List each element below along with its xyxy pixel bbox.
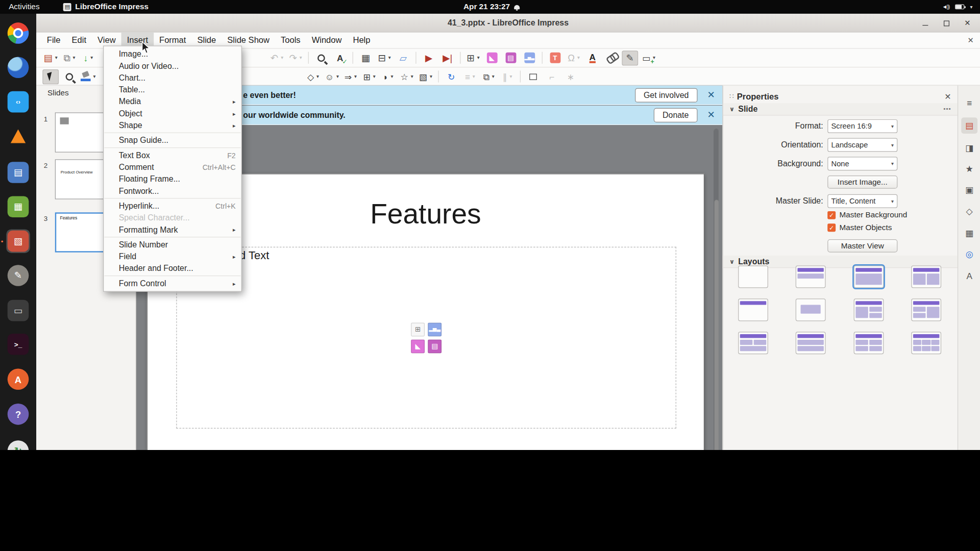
layout-title-2-content-over-content[interactable] [738, 332, 768, 354]
properties-close-icon[interactable]: ✕ [944, 91, 951, 101]
master-view-button[interactable]: Master View [827, 239, 897, 253]
close-button[interactable]: ✕ [963, 18, 973, 29]
edit-mode-button[interactable]: ▱ [395, 51, 411, 65]
save-button[interactable]: ↓▾ [80, 51, 96, 65]
font-color-button[interactable]: A [584, 51, 601, 65]
infobar-close-icon[interactable]: ✕ [707, 109, 715, 120]
menu-item-fontwork[interactable]: Fontwork... [104, 185, 241, 196]
start-from-first-slide-button[interactable]: ▶ [421, 51, 437, 65]
insert-shape-button[interactable]: ▭+▾ [641, 51, 657, 65]
activities-button[interactable]: Activities [0, 3, 48, 11]
clock[interactable]: Apr 21 23:27 [463, 3, 520, 11]
dock-libreoffice-impress[interactable]: ▧ [6, 229, 30, 253]
system-tray[interactable]: ◄)) ▾ [942, 4, 980, 10]
image-filter-button[interactable]: ∗ [562, 69, 579, 84]
special-character-button[interactable]: Ω▾ [566, 51, 582, 65]
basic-shapes-button[interactable]: ◇▾ [305, 69, 322, 84]
insert-image-button[interactable]: Insert Image... [827, 176, 897, 189]
dock-firefox[interactable] [6, 56, 30, 80]
insert-chart-button[interactable]: ▂▅▃ [521, 51, 537, 65]
menu-item-shape[interactable]: Shape▸ [104, 119, 241, 131]
layout-title-4-content[interactable] [854, 332, 884, 354]
menu-file[interactable]: File [41, 33, 66, 48]
menu-item-formatting-mark[interactable]: Formatting Mark▸ [104, 223, 241, 235]
menu-item-floating-frame[interactable]: Floating Frame... [104, 173, 241, 185]
layout-centered-text[interactable] [796, 298, 826, 321]
callout-shapes-button[interactable]: ◗▾ [380, 69, 396, 84]
dock-ubuntu-software[interactable]: A [6, 367, 30, 391]
animation-icon[interactable]: ★ [961, 161, 977, 177]
focused-app-indicator[interactable]: ▤ LibreOffice Impress [63, 3, 149, 11]
layout-blank-slide[interactable] [738, 265, 768, 288]
find-and-replace-button[interactable] [313, 51, 329, 65]
infobar-close-icon[interactable]: ✕ [707, 89, 715, 101]
dock-vscode[interactable]: ‹› [6, 90, 30, 114]
menu-item-object[interactable]: Object▸ [104, 108, 241, 119]
layout-title-and-2-content[interactable] [911, 265, 941, 288]
menu-item-media[interactable]: Media▸ [104, 95, 241, 107]
master-slides-icon[interactable]: ▣ [961, 182, 977, 198]
rotate-button[interactable]: ↻ [443, 69, 459, 84]
menu-item-chart[interactable]: Chart... [104, 72, 241, 84]
dock-libreoffice-calc[interactable]: ▦ [6, 195, 30, 219]
redo-button[interactable]: ↷▾ [287, 51, 304, 65]
insert-chart-icon[interactable]: ▂▅▃ [428, 322, 442, 336]
display-views-button[interactable]: ⊟▾ [376, 51, 393, 65]
layout-title-slide[interactable] [796, 265, 826, 288]
properties-deck-icon[interactable]: ▤ [961, 117, 977, 134]
symbol-shapes-button[interactable]: ☺▾ [324, 69, 340, 84]
3d-objects-button[interactable]: ▧▾ [418, 69, 434, 84]
layout-title-content[interactable] [854, 265, 884, 288]
master-slide-select[interactable]: Title, Content▾ [827, 194, 897, 208]
start-from-current-slide-button[interactable]: ▶| [439, 51, 456, 65]
undo-button[interactable]: ↶▾ [269, 51, 285, 65]
menu-item-table[interactable]: Table... [104, 84, 241, 95]
close-document-icon[interactable]: ✕ [967, 36, 980, 44]
layout-title-only[interactable] [738, 298, 768, 321]
titlebar[interactable]: 41_3.pptx - LibreOffice Impress ✕ [36, 14, 980, 33]
arrange-button[interactable]: ⧉▾ [481, 69, 497, 84]
vertical-scrollbar-thumb[interactable] [714, 200, 719, 450]
clone-formatting-button[interactable]: ✎ [622, 51, 638, 65]
insert-text-box-button[interactable]: T [547, 51, 563, 65]
menu-item-comment[interactable]: CommentCtrl+Alt+C [104, 161, 241, 173]
menu-item-audio-or-video[interactable]: Audio or Video... [104, 60, 241, 72]
get-involved-button[interactable]: Get involved [635, 88, 698, 102]
maximize-button[interactable] [941, 18, 951, 29]
menu-item-image[interactable]: Image... [104, 48, 241, 60]
sidebar-settings-icon[interactable]: ≡ [961, 95, 977, 111]
dock-chrome[interactable] [6, 21, 30, 45]
master-objects-checkbox[interactable]: ✓ Master Objects [827, 223, 892, 232]
insert-image-button[interactable]: ◣ [484, 51, 500, 65]
slide-settings-icon[interactable]: ⋯ [943, 104, 951, 113]
insert-media-button[interactable]: ▤ [502, 51, 519, 65]
crop-image-button[interactable]: ⌐ [544, 69, 560, 84]
orientation-select[interactable]: Landscape▾ [827, 138, 897, 152]
vertical-scrollbar[interactable] [714, 129, 719, 450]
block-arrows-button[interactable]: ⇒▾ [342, 69, 359, 84]
content-placeholder[interactable]: Click to add Text ⊞▂▅▃◣▤ [176, 247, 676, 429]
insert-image-icon[interactable]: ◣ [411, 339, 425, 353]
layout-title-6-content[interactable] [911, 332, 941, 354]
minimize-button[interactable] [920, 18, 930, 29]
styles-icon[interactable]: A [961, 268, 977, 284]
align-objects-button[interactable]: ≡▾ [462, 69, 478, 84]
menu-item-field[interactable]: Field▸ [104, 251, 241, 262]
menu-tools[interactable]: Tools [275, 33, 306, 48]
menu-help[interactable]: Help [347, 33, 376, 48]
navigator-icon[interactable]: ◎ [961, 246, 977, 262]
menu-item-header-and-footer[interactable]: Header and Footer... [104, 262, 241, 274]
slide-transition-icon[interactable]: ◨ [961, 140, 977, 156]
auto-spellcheck-button[interactable]: A✓ [332, 51, 348, 65]
flowchart-shapes-button[interactable]: ⊞▾ [361, 69, 378, 84]
zoom-pan-button[interactable] [61, 69, 78, 84]
dock-gimp[interactable]: ✎ [6, 264, 30, 288]
shadow-button[interactable] [525, 69, 542, 84]
menu-item-hyperlink[interactable]: Hyperlink...Ctrl+K [104, 200, 241, 212]
dock-terminal[interactable]: >_ [6, 332, 30, 356]
dock-trash[interactable]: ↻ [6, 439, 30, 450]
shapes-icon[interactable]: ◇ [961, 203, 977, 219]
menu-edit[interactable]: Edit [66, 33, 92, 48]
menu-item-slide-number[interactable]: Slide Number [104, 239, 241, 251]
distribute-button[interactable]: ∥▾ [499, 69, 516, 84]
